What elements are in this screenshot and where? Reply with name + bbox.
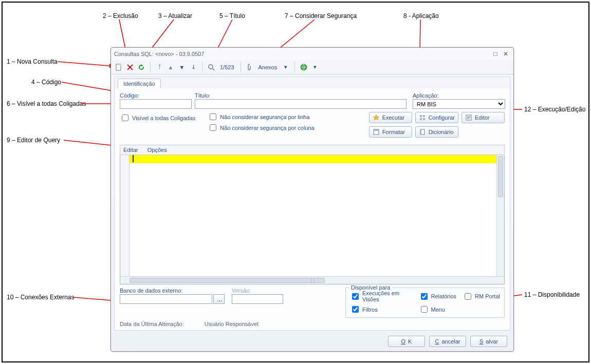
- editor-gutter: [120, 155, 130, 276]
- menu-editar[interactable]: EEditarditar: [123, 147, 138, 153]
- formatar-label: Formatar: [382, 129, 405, 135]
- codigo-input[interactable]: [120, 99, 192, 109]
- nav-last-icon[interactable]: ⤓: [189, 63, 198, 72]
- rm-portal-label: RM Portal: [475, 293, 500, 299]
- annot-5: 5 – Título: [219, 12, 245, 20]
- dicionario-button[interactable]: Dicionário: [415, 126, 458, 138]
- annot-6: 6 – Visível a todas Coligadas: [7, 100, 86, 107]
- codigo-label: Código:: [120, 92, 192, 99]
- editor-hscrollbar[interactable]: [120, 276, 504, 284]
- disponivel-legend: Disponível para: [349, 284, 392, 291]
- editor-line-highlight: [130, 155, 496, 163]
- annot-10: 10 – Conexões Externas: [7, 294, 74, 301]
- refresh-icon[interactable]: [137, 63, 146, 72]
- tabstrip: Identificação: [115, 77, 510, 88]
- exec-visoes-label: Execuções em Visões: [362, 290, 413, 302]
- data-alteracao-label: Data da Última Alteração:: [120, 321, 184, 327]
- nav-first-icon[interactable]: ⤒: [155, 63, 164, 72]
- seg-linha-label: Não considerar segurança por linha: [220, 114, 309, 120]
- usuario-responsavel-label: Usuário Responsável:: [205, 321, 260, 327]
- footer-info: Data da Última Alteração: Usuário Respon…: [115, 319, 510, 329]
- svg-rect-13: [119, 64, 121, 66]
- toolbar: ⤒ ▲ ▼ ⤓ 1/523 Anexos ▾ ▾: [111, 60, 513, 74]
- editor-menu: EEditarditar OOpçõespções: [120, 145, 505, 155]
- query-editor[interactable]: [120, 155, 505, 284]
- dicionario-label: Dicionário: [429, 129, 454, 135]
- tab-identificacao[interactable]: Identificação: [118, 79, 161, 88]
- menu-opcoes[interactable]: OOpçõespções: [147, 147, 167, 153]
- delete-icon[interactable]: [125, 63, 135, 72]
- lower-area: Banco de dados externo: … Versão: Dispon…: [115, 284, 510, 319]
- editor-label: Editor: [475, 114, 490, 121]
- visivel-coligadas-checkbox[interactable]: [122, 114, 128, 121]
- svg-rect-22: [423, 118, 425, 120]
- seg-linha-checkbox[interactable]: [210, 113, 216, 120]
- executar-label: Executar: [382, 114, 404, 121]
- annot-1: 1 – Nova Consulta: [7, 58, 58, 65]
- svg-point-16: [209, 65, 213, 69]
- banco-label: Banco de dados externo:: [120, 288, 225, 294]
- banco-input[interactable]: [120, 294, 212, 304]
- annot-3: 3 – Atualizar: [158, 12, 192, 20]
- annot-8: 8 - Aplicação: [403, 12, 439, 20]
- dialog-buttons: OKOK CancelarCancelar SalvarSalvar: [388, 336, 507, 347]
- titulo-label: Título:: [195, 92, 407, 99]
- form-area: Código: Título: Aplicação: RM BIS: [115, 88, 510, 142]
- window-titlebar: Consultas SQL: <novo> - 03.9.0507 □ ✕: [111, 48, 513, 60]
- exec-buttons-group: Executar Configurar Editor Formatar: [369, 112, 505, 138]
- salvar-button[interactable]: SalvarSalvar: [470, 336, 507, 347]
- anexos-dropdown-icon[interactable]: ▾: [281, 63, 290, 72]
- relatorios-label: Relatórios: [431, 293, 457, 299]
- editor-button[interactable]: Editor: [461, 112, 505, 123]
- sql-query-window: Consultas SQL: <novo> - 03.9.0507 □ ✕ ⤒ …: [110, 47, 514, 352]
- cancelar-button[interactable]: CancelarCancelar: [429, 336, 466, 347]
- svg-rect-30: [420, 129, 421, 135]
- record-counter: 1/523: [218, 64, 236, 70]
- body-area: Identificação Código: Título: Aplicação:…: [114, 76, 510, 331]
- nav-next-icon[interactable]: ▼: [177, 63, 187, 72]
- annot-4: 4 – Código: [31, 79, 61, 86]
- query-editor-block: EEditarditar OOpçõespções: [120, 145, 505, 284]
- window-maximize-icon[interactable]: □: [491, 50, 500, 58]
- annot-9: 9 – Editor de Query: [7, 137, 60, 144]
- svg-line-17: [212, 68, 214, 70]
- external-db-field: Banco de dados externo: …: [120, 288, 225, 304]
- seg-coluna-label: Não considerar segurança por coluna: [220, 125, 314, 131]
- configurar-button[interactable]: Configurar: [415, 112, 458, 123]
- aplicacao-label: Aplicação:: [413, 92, 505, 99]
- disponivel-fieldset: Disponível para Execuções em Visões Rela…: [345, 288, 505, 318]
- versao-label: Versão:: [232, 288, 283, 294]
- svg-rect-20: [423, 115, 425, 117]
- find-icon[interactable]: [207, 63, 216, 72]
- annot-12: 12 – Execução/Edição: [524, 106, 585, 113]
- window-close-icon[interactable]: ✕: [501, 50, 510, 58]
- formatar-button[interactable]: Formatar: [369, 126, 412, 138]
- new-query-icon[interactable]: [114, 63, 123, 72]
- svg-rect-21: [420, 118, 422, 120]
- seg-coluna-checkbox[interactable]: [210, 124, 216, 131]
- globe-dropdown-icon[interactable]: ▾: [310, 63, 320, 72]
- ok-button[interactable]: OKOK: [388, 336, 425, 347]
- annot-7: 7 – Considerar Segurança: [285, 12, 357, 20]
- editor-vscrollbar[interactable]: [496, 155, 504, 276]
- banco-browse-button[interactable]: …: [213, 294, 225, 304]
- filtros-label: Filtros: [362, 306, 378, 313]
- globe-icon[interactable]: [299, 63, 308, 72]
- visivel-coligadas-label: Visível a todas Coligadas: [132, 115, 195, 121]
- executar-button[interactable]: Executar: [369, 112, 412, 123]
- annot-2: 2 – Exclusão: [103, 12, 138, 20]
- versao-field: Versão:: [232, 288, 283, 304]
- annot-11: 11 – Disponibilidade: [524, 291, 580, 298]
- relatorios-checkbox[interactable]: [421, 293, 428, 300]
- aplicacao-select[interactable]: RM BIS: [413, 99, 505, 109]
- attachment-icon[interactable]: [245, 63, 254, 72]
- svg-rect-28: [374, 129, 379, 131]
- menu-checkbox[interactable]: [421, 306, 428, 313]
- nav-prev-icon[interactable]: ▲: [166, 63, 175, 72]
- configurar-label: Configurar: [429, 114, 455, 121]
- anexos-label[interactable]: Anexos: [256, 64, 280, 70]
- rm-portal-checkbox[interactable]: [465, 293, 471, 300]
- filtros-checkbox[interactable]: [352, 306, 359, 313]
- titulo-input[interactable]: [195, 99, 407, 109]
- exec-visoes-checkbox[interactable]: [352, 293, 359, 300]
